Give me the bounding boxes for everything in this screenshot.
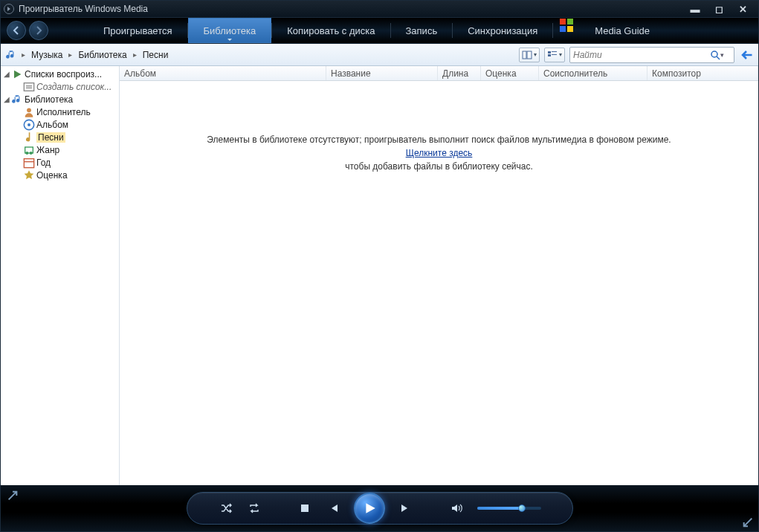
col-label: Название (331, 68, 371, 79)
tree-label: Создать список... (36, 82, 112, 92)
breadcrumb-separator-icon: ▸ (133, 51, 137, 59)
mute-button[interactable] (449, 501, 464, 516)
app-window: Проигрыватель Windows Media ▬ ◻ ✕ Проигр… (0, 0, 759, 532)
volume-slider[interactable] (477, 507, 541, 510)
tab-burn[interactable]: Запись (391, 18, 453, 43)
collapse-icon[interactable]: ◢ (2, 95, 11, 103)
svg-rect-1 (567, 19, 573, 25)
svg-point-19 (25, 152, 28, 155)
create-playlist-icon (23, 82, 35, 92)
year-icon (23, 158, 35, 168)
col-contributing[interactable]: Соисполнитель (539, 66, 647, 80)
view-options-button[interactable]: ▾ (544, 48, 565, 62)
artist-icon (23, 107, 35, 117)
tab-now-playing[interactable]: Проигрывается (88, 18, 187, 43)
tab-library[interactable]: Библиотека (188, 18, 272, 43)
maximize-button[interactable]: ◻ (712, 4, 726, 14)
music-icon (11, 94, 23, 105)
tree-album[interactable]: Альбом (1, 118, 119, 131)
col-title[interactable]: Название (326, 66, 438, 80)
col-label: Соисполнитель (543, 68, 607, 79)
col-length[interactable]: Длина (438, 66, 481, 80)
layout-options-button[interactable]: ▾ (519, 48, 540, 62)
close-button[interactable]: ✕ (736, 4, 749, 14)
nav-tabs: Проигрывается Библиотека Копировать с ди… (88, 18, 752, 43)
add-files-link[interactable]: Щелкните здесь (406, 148, 473, 158)
svg-rect-12 (24, 82, 33, 91)
nav-back-button[interactable] (7, 21, 26, 40)
volume-fill (477, 507, 522, 510)
tab-rip[interactable]: Копировать с диска (272, 18, 390, 43)
fullscreen-button[interactable] (742, 516, 754, 528)
breadcrumb-library[interactable]: Библиотека (75, 48, 129, 62)
next-button[interactable] (398, 501, 413, 516)
svg-rect-9 (552, 54, 557, 55)
col-rating[interactable]: Оценка (481, 66, 539, 80)
column-headers: Альбом Название Длина Оценка Соисполните… (120, 66, 758, 81)
tab-sync[interactable]: Синхронизация (453, 18, 552, 43)
window-title: Проигрыватель Windows Media (19, 4, 688, 14)
svg-rect-23 (301, 505, 309, 512)
search-box[interactable]: ▾ (569, 47, 734, 63)
tree-label: Оценка (36, 170, 68, 181)
tab-label: Библиотека (204, 25, 256, 36)
tree-playlists[interactable]: ◢ Списки воспроиз... (1, 68, 119, 80)
tree-label: Альбом (36, 120, 68, 130)
col-label: Длина (442, 68, 468, 79)
breadcrumb-music[interactable]: Музыка (28, 48, 65, 62)
empty-library-message: Элементы в библиотеке отсутствуют; проиг… (120, 133, 758, 173)
volume-thumb[interactable] (518, 505, 526, 512)
previous-button[interactable] (326, 501, 340, 516)
empty-text-line1: Элементы в библиотеке отсутствуют; проиг… (120, 133, 758, 146)
minimize-button[interactable]: ▬ (688, 4, 702, 14)
dropdown-icon: ▾ (534, 51, 537, 58)
rating-icon (23, 170, 35, 181)
tree-rating[interactable]: Оценка (1, 169, 119, 181)
titlebar: Проигрыватель Windows Media ▬ ◻ ✕ (1, 1, 758, 17)
shuffle-button[interactable] (219, 501, 233, 516)
tree-label: Исполнитель (36, 107, 91, 117)
tab-label: Синхронизация (468, 25, 537, 36)
svg-point-15 (27, 108, 31, 112)
collapse-icon[interactable]: ◢ (2, 70, 11, 78)
search-icon[interactable] (710, 50, 720, 60)
song-icon (23, 132, 35, 143)
tree-label: Списки воспроиз... (25, 69, 102, 80)
svg-point-20 (30, 152, 33, 155)
tree-songs[interactable]: Песни (1, 131, 119, 143)
repeat-button[interactable] (247, 501, 262, 516)
svg-rect-5 (527, 51, 532, 59)
tab-label: Проигрывается (103, 25, 172, 36)
search-input[interactable] (573, 50, 710, 60)
window-controls: ▬ ◻ ✕ (688, 4, 755, 14)
breadcrumb-separator-icon: ▸ (22, 51, 25, 59)
tab-media-guide[interactable]: Media Guide (580, 18, 665, 43)
content: ◢ Списки воспроиз... Создать список... ◢… (1, 66, 758, 485)
svg-rect-2 (560, 26, 566, 32)
playlist-icon (11, 69, 23, 80)
col-composer[interactable]: Композитор (647, 66, 758, 80)
col-label: Композитор (652, 68, 701, 79)
stop-button[interactable] (297, 501, 312, 516)
help-arrow-button[interactable] (739, 48, 754, 62)
tree-artist[interactable]: Исполнитель (1, 106, 119, 118)
svg-rect-3 (567, 26, 573, 32)
tab-separator (552, 23, 553, 38)
windows-logo-icon (559, 18, 574, 33)
col-album[interactable]: Альбом (120, 66, 326, 80)
tree-label: Песни (36, 132, 65, 143)
tab-label: Копировать с диска (287, 25, 375, 36)
nav-forward-button[interactable] (29, 21, 48, 40)
tab-label: Запись (406, 25, 438, 36)
search-dropdown-icon[interactable]: ▾ (720, 51, 731, 59)
tree-create-playlist[interactable]: Создать список... (1, 80, 119, 93)
tree-genre[interactable]: Жанр (1, 143, 119, 156)
play-button[interactable] (354, 493, 385, 524)
col-label: Оценка (485, 68, 517, 79)
svg-rect-21 (24, 158, 33, 167)
switch-to-compact-button[interactable] (7, 490, 19, 502)
tree-year[interactable]: Год (1, 156, 119, 169)
tree-library[interactable]: ◢ Библиотека (1, 93, 119, 106)
breadcrumb-songs[interactable]: Песни (140, 48, 172, 62)
svg-rect-4 (523, 51, 526, 59)
